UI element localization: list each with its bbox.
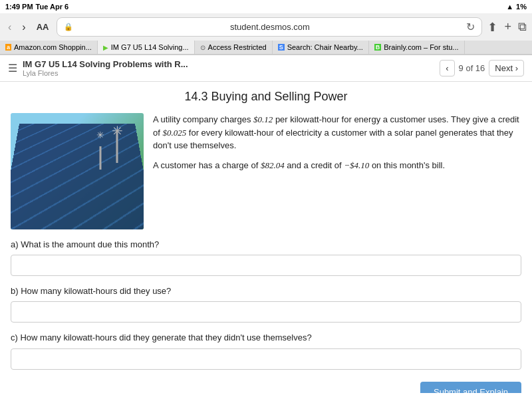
tabs-button[interactable]: ⧉ [518,20,527,34]
tab-label-amazon: Amazon.com Shoppin... [14,43,92,51]
content-section: ✳ ✳ A utility company charges $0.12 per … [11,113,521,229]
answer-b-input[interactable] [11,301,521,323]
toolbar-actions: ⬆ + ⧉ [487,20,527,35]
question-b-label: b) How many kilowatt-hours did they use? [11,285,521,297]
credit-amount: $0.025 [162,128,186,138]
lesson-title: 14.3 Buying and Selling Power [11,90,521,104]
reload-button[interactable]: ↻ [466,21,475,33]
main-content: 14.3 Buying and Selling Power ✳ ✳ A util… [0,82,532,393]
tab-icon-search: S [278,44,285,51]
tab-brainly[interactable]: B Brainly.com – For stu... [369,41,465,54]
tabs-bar: a Amazon.com Shoppin... ▶ IM G7 U5 L14 S… [0,41,532,55]
solar-panel-image: ✳ ✳ [11,113,144,229]
back-button[interactable]: ‹ [5,21,14,33]
date: Tue Apr 6 [36,3,69,11]
windmill-2: ✳ [94,130,107,170]
address-bar[interactable]: 🔒 student.desmos.com ↻ [57,17,482,37]
text-content: A utility company charges $0.12 per kilo… [153,113,521,229]
customer-charge: $82.04 [261,160,285,170]
panel-grid [11,124,144,229]
prev-page-button[interactable]: ‹ [440,60,454,76]
charge-amount: $0.12 [253,114,273,124]
intro-paragraph-2: A customer has a charge of $82.04 and a … [153,159,521,172]
wifi-icon: ▲ [506,3,513,11]
tab-icon-brainly: B [374,44,382,51]
page-info: 9 of 16 [459,63,485,73]
tab-access[interactable]: ⊙ Access Restricted [195,41,273,54]
tab-icon-desmos: ▶ [103,44,108,51]
url-text: student.desmos.com [77,22,462,32]
lock-icon: 🔒 [64,23,73,31]
status-left: 1:49 PM Tue Apr 6 [5,3,68,11]
tab-label-desmos: IM G7 U5 L14 Solving... [111,43,189,51]
tab-desmos[interactable]: ▶ IM G7 U5 L14 Solving... [98,41,195,54]
status-bar: 1:49 PM Tue Apr 6 ▲ 1% [0,0,532,13]
answer-a-input[interactable] [11,255,521,276]
page-header: ☰ IM G7 U5 L14 Solving Problems with R..… [0,55,532,82]
question-c-label: c) How many kilowatt-hours did they gene… [11,332,521,344]
page-subtitle: Lyla Flores [23,69,188,77]
reader-mode-button[interactable]: AA [34,22,52,32]
browser-chrome: ‹ › AA 🔒 student.desmos.com ↻ ⬆ + ⧉ a Am… [0,13,532,55]
page-header-left: ☰ IM G7 U5 L14 Solving Problems with R..… [8,59,188,77]
windmill-tower [116,130,118,163]
intro-paragraph-1: A utility company charges $0.12 per kilo… [153,113,521,152]
answer-c-input[interactable] [11,348,521,370]
pagination: ‹ 9 of 16 Next › [440,60,524,76]
tab-amazon[interactable]: a Amazon.com Shoppin... [0,41,98,54]
page-title: IM G7 U5 L14 Solving Problems with R... [23,59,188,69]
tab-label-search: Search: Chair Nearby... [287,43,363,51]
tab-search[interactable]: S Search: Chair Nearby... [273,41,369,54]
tab-label-brainly: Brainly.com – For stu... [384,43,458,51]
question-section: a) What is the amount due this month? b)… [11,239,521,379]
windmill-blades-2: ✳ [96,130,104,140]
forward-button[interactable]: › [19,21,28,33]
battery: 1% [516,3,527,11]
submit-button[interactable]: Submit and Explain [420,382,521,393]
windmill: ✳ [110,123,124,163]
status-right: ▲ 1% [506,3,527,11]
tab-icon-amazon: a [5,44,11,51]
page-title-area: IM G7 U5 L14 Solving Problems with R... … [23,59,188,77]
add-tab-button[interactable]: + [504,20,511,34]
hamburger-menu[interactable]: ☰ [8,62,17,74]
time: 1:49 PM [5,3,33,11]
question-a-label: a) What is the amount due this month? [11,239,521,251]
nav-bar: ‹ › AA 🔒 student.desmos.com ↻ ⬆ + ⧉ [0,13,532,41]
windmill-tower-2 [100,146,102,170]
customer-credit: −$4.10 [344,160,369,170]
tab-label-access: Access Restricted [208,43,267,51]
share-button[interactable]: ⬆ [487,20,497,35]
tab-icon-access: ⊙ [200,44,205,51]
next-page-button[interactable]: Next › [489,60,524,76]
